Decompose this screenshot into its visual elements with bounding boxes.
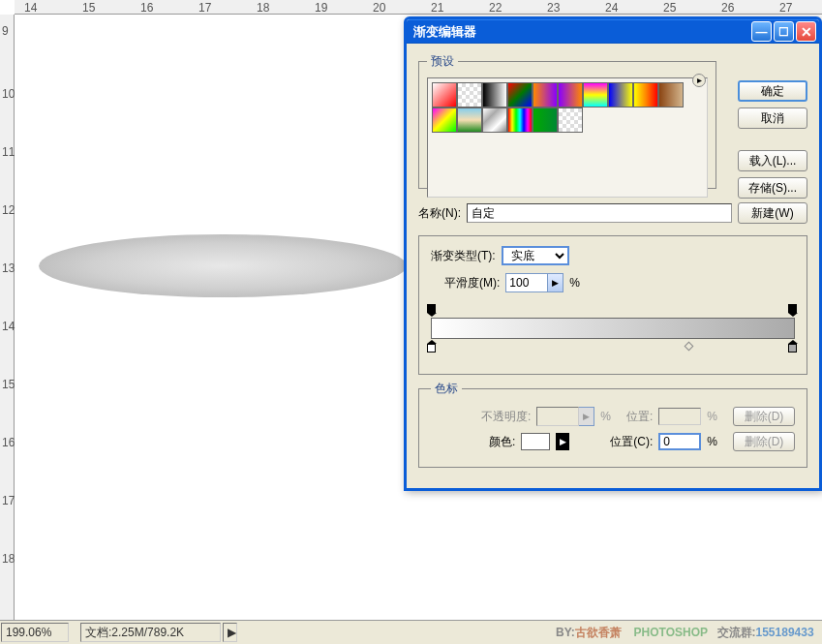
preset-swatch[interactable]: [482, 107, 507, 133]
preset-swatch[interactable]: [432, 82, 457, 107]
dialog-titlebar[interactable]: 渐变编辑器 — ☐ ✕: [407, 19, 819, 44]
preset-swatch[interactable]: [507, 107, 533, 133]
ruler-mark: 25: [663, 1, 676, 15]
preset-swatch[interactable]: [558, 82, 583, 107]
preset-swatch[interactable]: [482, 82, 507, 107]
ruler-mark: 12: [2, 203, 15, 217]
close-button[interactable]: ✕: [796, 21, 816, 42]
ruler-mark: 15: [82, 1, 95, 15]
percent-label: %: [569, 276, 580, 290]
ok-button[interactable]: 确定: [738, 80, 807, 102]
gradient-type-select[interactable]: 实底: [502, 246, 569, 265]
color-stops-group: 色标 不透明度: ▶ % 位置: % 删除(D) 颜色: ▶ 位置(C): % …: [418, 381, 807, 468]
ruler-mark: 14: [24, 1, 37, 15]
ruler-mark: 27: [779, 1, 792, 15]
preset-swatch[interactable]: [533, 82, 558, 107]
percent-label: %: [600, 410, 611, 423]
maximize-button[interactable]: ☐: [774, 21, 794, 42]
minimize-button[interactable]: —: [751, 21, 772, 42]
watermark-text: BY:古欲香萧 PHOTOSHOP 交流群:155189433: [556, 625, 820, 641]
ruler-mark: 9: [2, 24, 9, 38]
ruler-mark: 19: [315, 1, 327, 15]
ruler-mark: 18: [2, 552, 15, 566]
ruler-mark: 13: [2, 261, 15, 275]
ruler-mark: 16: [2, 436, 15, 449]
opacity-input: [536, 407, 579, 426]
opacity-arrow-icon: ▶: [579, 407, 594, 426]
opacity-label: 不透明度:: [481, 409, 531, 425]
presets-group: 预设 ▸: [418, 53, 716, 189]
preset-swatch[interactable]: [507, 82, 533, 107]
doc-info-menu-icon[interactable]: ▶: [223, 623, 237, 642]
ruler-mark: 21: [431, 1, 443, 15]
new-button[interactable]: 新建(W): [738, 202, 807, 224]
save-button[interactable]: 存储(S)...: [738, 177, 807, 199]
presets-menu-icon[interactable]: ▸: [692, 74, 706, 87]
smoothness-label: 平滑度(M):: [444, 275, 500, 291]
gradient-type-label: 渐变类型(T):: [431, 248, 496, 264]
ruler-mark: 14: [2, 320, 15, 333]
preset-swatch[interactable]: [658, 82, 684, 107]
dialog-title: 渐变编辑器: [410, 23, 749, 41]
load-button[interactable]: 载入(L)...: [738, 150, 807, 171]
color-stop-right[interactable]: [788, 340, 799, 352]
gradient-type-group: 渐变类型(T): 实底 平滑度(M): ▶ %: [418, 235, 807, 375]
presets-scrollbox[interactable]: [427, 77, 708, 198]
ruler-mark: 26: [721, 1, 734, 15]
smoothness-arrow-icon[interactable]: ▶: [548, 273, 563, 292]
color-stop-left[interactable]: [427, 340, 438, 352]
ruler-mark: 24: [605, 1, 618, 15]
cancel-button[interactable]: 取消: [738, 107, 807, 129]
opacity-stop-right[interactable]: [788, 304, 799, 316]
ruler-vertical: 9 10 11 12 13 14 15 16 17 18: [0, 15, 15, 620]
smoothness-input[interactable]: [505, 273, 548, 292]
preset-swatch[interactable]: [457, 82, 482, 107]
opacity-stop-left[interactable]: [427, 304, 438, 316]
position-label: 位置:: [626, 409, 653, 425]
ruler-mark: 23: [547, 1, 560, 15]
ruler-horizontal: 14 15 16 17 18 19 20 21 22 23 24 25 26 2…: [15, 0, 822, 15]
color-position-input[interactable]: [658, 433, 701, 450]
ruler-mark: 17: [2, 494, 15, 507]
ruler-mark: 22: [489, 1, 502, 15]
status-bar: 199.06% 文档:2.25M/789.2K ▶ BY:古欲香萧 PHOTOS…: [0, 620, 822, 644]
color-well[interactable]: [521, 433, 550, 450]
preset-swatch[interactable]: [583, 82, 608, 107]
ruler-mark: 16: [140, 1, 153, 15]
delete-color-stop-button: 删除(D): [733, 432, 795, 451]
presets-legend: 预设: [427, 53, 458, 70]
stops-legend: 色标: [431, 381, 462, 397]
name-label: 名称(N):: [418, 205, 461, 222]
color-label: 颜色:: [489, 434, 515, 450]
preset-swatch[interactable]: [457, 107, 482, 133]
zoom-level[interactable]: 199.06%: [1, 623, 69, 642]
preset-swatch[interactable]: [608, 82, 633, 107]
preset-swatch[interactable]: [432, 107, 457, 133]
gradient-bar-editor[interactable]: [431, 304, 795, 362]
preset-swatch[interactable]: [558, 107, 583, 133]
ruler-mark: 20: [373, 1, 385, 15]
gradient-editor-dialog: 渐变编辑器 — ☐ ✕ 确定 取消 载入(L)... 存储(S)... 预设 ▸: [404, 16, 822, 491]
ellipse-shape[interactable]: [39, 234, 407, 297]
opacity-position-input: [658, 408, 701, 425]
gradient-preview-bar[interactable]: [431, 318, 795, 339]
color-menu-arrow-icon[interactable]: ▶: [556, 433, 569, 450]
preset-swatch[interactable]: [533, 107, 558, 133]
midpoint-diamond-icon[interactable]: [685, 342, 694, 352]
preset-swatch[interactable]: [633, 82, 658, 107]
delete-opacity-stop-button: 删除(D): [733, 407, 795, 426]
color-position-label: 位置(C):: [610, 434, 653, 450]
ruler-mark: 15: [2, 378, 15, 391]
percent-label: %: [707, 435, 717, 448]
ruler-mark: 10: [2, 87, 15, 101]
document-size: 文档:2.25M/789.2K: [80, 623, 221, 642]
ruler-mark: 17: [198, 1, 211, 15]
percent-label: %: [707, 410, 717, 423]
gradient-name-input[interactable]: [467, 203, 732, 223]
ruler-mark: 11: [2, 145, 15, 159]
ruler-mark: 18: [257, 1, 269, 15]
